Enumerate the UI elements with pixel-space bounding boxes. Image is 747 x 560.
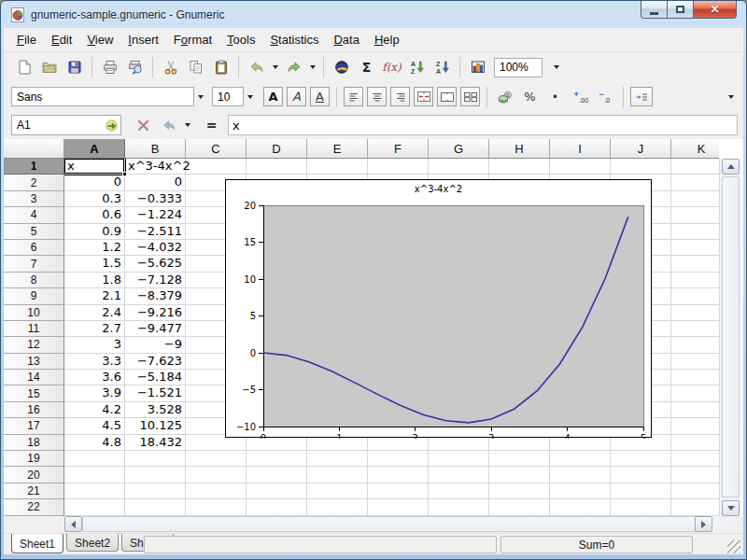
cell-G19[interactable] [429, 451, 489, 467]
align-left-button[interactable] [344, 87, 363, 106]
cell-B20[interactable] [125, 467, 186, 483]
cell-K11[interactable] [671, 321, 719, 337]
row-header-22[interactable]: 22 [4, 499, 64, 515]
cell-I19[interactable] [550, 451, 611, 467]
cell-C19[interactable] [186, 451, 247, 467]
cell-A4[interactable]: 0.6 [64, 207, 125, 223]
hyperlink-button[interactable] [329, 55, 354, 79]
save-button[interactable] [62, 55, 87, 79]
cell-A13[interactable]: 3.3 [64, 354, 125, 370]
cell-A19[interactable] [64, 451, 125, 467]
cell-A21[interactable] [64, 483, 125, 499]
cell-B19[interactable] [125, 451, 186, 467]
column-header-D[interactable]: D [247, 139, 307, 159]
cell-J22[interactable] [611, 499, 671, 515]
cell-J1[interactable] [611, 159, 671, 175]
row-header-4[interactable]: 4 [4, 207, 64, 223]
cell-F22[interactable] [368, 499, 429, 515]
menu-help[interactable]: Help [367, 29, 407, 50]
cell-D22[interactable] [247, 499, 307, 515]
cell-H19[interactable] [489, 451, 550, 467]
cell-A11[interactable]: 2.7 [64, 321, 125, 337]
cell-D1[interactable] [247, 159, 307, 175]
font-name-dropdown[interactable] [194, 85, 206, 109]
menu-edit[interactable]: Edit [44, 29, 79, 50]
cell-B8[interactable]: −7.128 [125, 273, 186, 288]
cell-name-box[interactable]: A1 [11, 115, 121, 135]
cell-A10[interactable]: 2.4 [64, 305, 125, 321]
row-header-17[interactable]: 17 [4, 418, 64, 434]
column-header-F[interactable]: F [368, 139, 429, 159]
cell-K5[interactable] [671, 224, 719, 240]
function-button[interactable]: f(x) [379, 55, 404, 79]
vertical-scrollbar[interactable] [719, 159, 740, 516]
cell-K15[interactable] [671, 385, 719, 401]
cell-E22[interactable] [307, 499, 368, 515]
cell-I20[interactable] [550, 467, 611, 483]
cell-A3[interactable]: 0.3 [64, 191, 125, 207]
merge-cells-button[interactable] [437, 87, 457, 106]
cell-A16[interactable]: 4.2 [64, 402, 125, 418]
column-header-J[interactable]: J [611, 139, 671, 159]
row-header-7[interactable]: 7 [4, 256, 64, 272]
split-cells-button[interactable] [460, 87, 480, 106]
scroll-left-button[interactable] [64, 516, 82, 532]
minimize-button[interactable] [641, 1, 668, 19]
horizontal-scrollbar[interactable] [4, 516, 743, 533]
open-file-button[interactable] [36, 55, 62, 79]
cell-J21[interactable] [611, 483, 671, 499]
row-header-18[interactable]: 18 [4, 435, 64, 451]
row-header-3[interactable]: 3 [4, 191, 64, 207]
cell-K14[interactable] [671, 370, 719, 385]
column-header-G[interactable]: G [429, 139, 489, 159]
row-header-11[interactable]: 11 [4, 321, 64, 337]
cell-D20[interactable] [247, 467, 307, 483]
cell-B17[interactable]: 10.125 [125, 418, 186, 434]
cell-H22[interactable] [489, 499, 550, 515]
row-header-12[interactable]: 12 [4, 337, 64, 353]
cell-I1[interactable] [550, 159, 611, 175]
print-preview-button[interactable] [122, 55, 148, 79]
decrease-decimals-button[interactable]: −.0 [593, 85, 618, 109]
cell-K4[interactable] [671, 207, 719, 223]
paste-button[interactable] [208, 55, 233, 79]
column-header-A[interactable]: A [64, 139, 125, 159]
sort-ascending-button[interactable]: AZ [404, 55, 430, 79]
row-header-1[interactable]: 1 [4, 159, 64, 175]
column-header-B[interactable]: B [125, 139, 186, 159]
scroll-up-button[interactable] [722, 159, 740, 175]
sheet-tab-sheet2[interactable]: Sheet2 [66, 534, 119, 552]
font-size-dropdown[interactable] [244, 85, 256, 109]
row-header-9[interactable]: 9 [4, 288, 64, 304]
cell-G1[interactable] [429, 159, 489, 175]
row-header-16[interactable]: 16 [4, 402, 64, 418]
sum-button[interactable]: Σ [354, 55, 379, 79]
cell-G21[interactable] [429, 483, 489, 499]
format-currency-button[interactable]: $ [492, 85, 517, 109]
copy-button[interactable] [183, 55, 208, 79]
cell-C20[interactable] [186, 467, 247, 483]
cell-A8[interactable]: 1.8 [64, 273, 125, 288]
cell-K17[interactable] [671, 418, 719, 434]
cell-B22[interactable] [125, 499, 186, 515]
cell-K9[interactable] [671, 288, 719, 304]
undo-button[interactable] [244, 55, 269, 79]
menu-statistics[interactable]: Statistics [262, 29, 326, 50]
cell-A2[interactable]: 0 [64, 175, 125, 190]
new-file-button[interactable] [11, 55, 36, 79]
cell-A17[interactable]: 4.5 [64, 418, 125, 434]
cell-I22[interactable] [550, 499, 611, 515]
undo-dropdown[interactable] [269, 55, 281, 79]
row-header-2[interactable]: 2 [4, 175, 64, 190]
cell-J20[interactable] [611, 467, 671, 483]
cell-A9[interactable]: 2.1 [64, 288, 125, 304]
cell-B2[interactable]: 0 [125, 175, 186, 190]
cell-K20[interactable] [671, 467, 719, 483]
select-all-corner[interactable] [4, 139, 64, 159]
increase-decimals-button[interactable]: +.00 [568, 85, 593, 109]
horizontal-scroll-track[interactable] [64, 516, 729, 532]
cell-E21[interactable] [307, 483, 368, 499]
cell-F21[interactable] [368, 483, 429, 499]
italic-button[interactable]: A [287, 87, 306, 106]
menu-insert[interactable]: Insert [120, 29, 166, 50]
